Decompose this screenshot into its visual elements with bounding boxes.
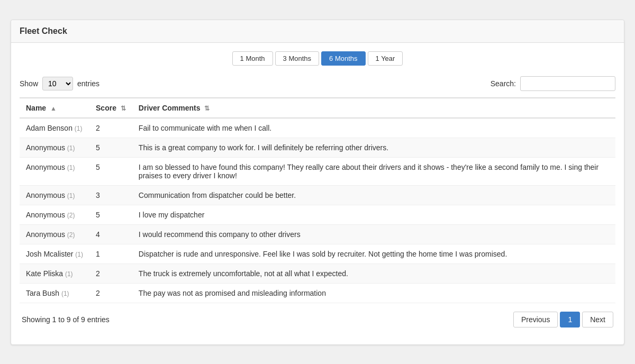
search-box: Search: <box>491 76 615 91</box>
cell-comment: Dispatcher is rude and unresponsive. Fee… <box>132 244 615 263</box>
cell-score: 2 <box>89 118 132 138</box>
table-row: Kate Pliska (1)2The truck is extremely u… <box>20 263 615 283</box>
show-entries-group: Show 10 25 50 100 entries <box>20 77 99 90</box>
cell-name: Anonymous (2) <box>20 224 89 244</box>
search-label: Search: <box>491 79 516 88</box>
name-count: (2) <box>67 212 75 219</box>
cell-comment: Communication from dispatcher could be b… <box>132 185 615 205</box>
name-text: Anonymous <box>26 143 65 152</box>
cell-comment: I am so blessed to have found this compa… <box>132 157 615 185</box>
cell-name: Josh Mcalister (1) <box>20 244 89 263</box>
sort-score-icon: ⇅ <box>121 105 126 112</box>
sort-name-icon: ▲ <box>50 105 57 112</box>
entries-select[interactable]: 10 25 50 100 <box>42 77 73 90</box>
cell-name: Tara Bush (1) <box>20 283 89 303</box>
cell-comment: This is a great company to work for. I w… <box>132 138 615 157</box>
sort-comments-icon: ⇅ <box>204 105 210 112</box>
show-label: Show <box>20 79 38 88</box>
table-row: Anonymous (1)5This is a great company to… <box>20 138 615 157</box>
cell-comment: The pay was not as promised and misleadi… <box>132 283 615 303</box>
cell-score: 5 <box>89 205 132 224</box>
entries-label: entries <box>77 79 99 88</box>
col-name[interactable]: Name ▲ <box>20 98 89 118</box>
table-row: Anonymous (1)5I am so blessed to have fo… <box>20 157 615 185</box>
cell-score: 2 <box>89 283 132 303</box>
filter-1year[interactable]: 1 Year <box>368 51 403 66</box>
cell-name: Anonymous (1) <box>20 157 89 185</box>
cell-comment: I love my dispatcher <box>132 205 615 224</box>
col-comments[interactable]: Driver Comments ⇅ <box>132 98 615 118</box>
cell-score: 5 <box>89 138 132 157</box>
filter-3months[interactable]: 3 Months <box>275 51 319 66</box>
name-text: Adam Benson <box>26 124 72 132</box>
cell-score: 1 <box>89 244 132 263</box>
widget-body: 1 Month3 Months6 Months1 Year Show 10 25… <box>11 43 624 336</box>
cell-name: Anonymous (1) <box>20 185 89 205</box>
cell-name: Anonymous (2) <box>20 205 89 224</box>
name-text: Josh Mcalister <box>26 250 73 258</box>
name-count: (1) <box>61 290 69 297</box>
name-count: (1) <box>67 144 75 152</box>
name-text: Tara Bush <box>26 289 59 297</box>
next-button[interactable]: Next <box>582 312 613 327</box>
showing-text: Showing 1 to 9 of 9 entries <box>22 315 110 324</box>
cell-comment: I would recommend this company to other … <box>132 224 615 244</box>
table-row: Anonymous (2)4I would recommend this com… <box>20 224 615 244</box>
search-input[interactable] <box>520 76 615 91</box>
cell-name: Adam Benson (1) <box>20 118 89 138</box>
name-text: Anonymous <box>26 163 65 171</box>
widget-header: Fleet Check <box>11 20 624 43</box>
widget-title: Fleet Check <box>20 26 67 35</box>
name-count: (1) <box>75 251 83 258</box>
name-count: (1) <box>67 192 75 199</box>
name-text: Kate Pliska <box>26 269 63 278</box>
filter-bar: 1 Month3 Months6 Months1 Year <box>20 51 615 66</box>
table-head: Name ▲ Score ⇅ Driver Comments ⇅ <box>20 98 615 118</box>
data-table: Name ▲ Score ⇅ Driver Comments ⇅ Adam Be… <box>20 97 615 303</box>
cell-score: 5 <box>89 157 132 185</box>
cell-score: 2 <box>89 263 132 283</box>
table-row: Josh Mcalister (1)1Dispatcher is rude an… <box>20 244 615 263</box>
col-score[interactable]: Score ⇅ <box>89 98 132 118</box>
cell-score: 3 <box>89 185 132 205</box>
controls-row: Show 10 25 50 100 entries Search: <box>20 76 615 91</box>
cell-score: 4 <box>89 224 132 244</box>
table-row: Tara Bush (1)2The pay was not as promise… <box>20 283 615 303</box>
cell-name: Anonymous (1) <box>20 138 89 157</box>
table-row: Adam Benson (1)2Fail to communicate with… <box>20 118 615 138</box>
page-1-button[interactable]: 1 <box>560 312 580 327</box>
fleet-check-widget: Fleet Check 1 Month3 Months6 Months1 Yea… <box>11 20 624 345</box>
previous-button[interactable]: Previous <box>513 312 558 327</box>
table-body: Adam Benson (1)2Fail to communicate with… <box>20 118 615 303</box>
name-count: (1) <box>67 164 75 171</box>
cell-comment: Fail to communicate with me when I call. <box>132 118 615 138</box>
name-text: Anonymous <box>26 211 65 219</box>
name-text: Anonymous <box>26 230 65 239</box>
table-row: Anonymous (1)3Communication from dispatc… <box>20 185 615 205</box>
cell-comment: The truck is extremely uncomfortable, no… <box>132 263 615 283</box>
name-count: (1) <box>75 125 83 132</box>
name-count: (2) <box>67 231 75 239</box>
cell-name: Kate Pliska (1) <box>20 263 89 283</box>
filter-6months[interactable]: 6 Months <box>321 51 365 66</box>
pagination: Previous 1 Next <box>513 312 613 327</box>
name-text: Anonymous <box>26 191 65 199</box>
filter-1month[interactable]: 1 Month <box>232 51 273 66</box>
header-row: Name ▲ Score ⇅ Driver Comments ⇅ <box>20 98 615 118</box>
table-row: Anonymous (2)5I love my dispatcher <box>20 205 615 224</box>
name-count: (1) <box>65 270 73 278</box>
footer-row: Showing 1 to 9 of 9 entries Previous 1 N… <box>20 312 615 327</box>
